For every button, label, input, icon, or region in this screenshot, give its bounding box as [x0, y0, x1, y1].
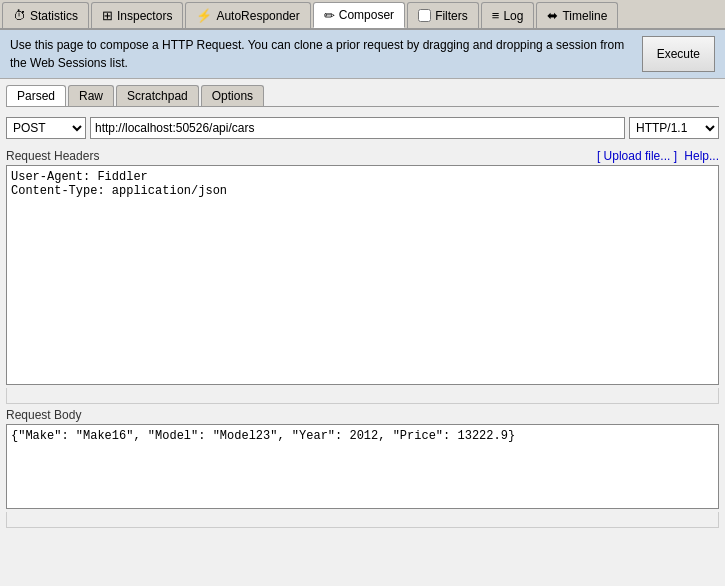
main-layout: Use this page to compose a HTTP Request.…	[0, 30, 725, 586]
tab-statistics-label: Statistics	[30, 9, 78, 23]
tab-log[interactable]: ≡ Log	[481, 2, 535, 28]
request-headers-section: Request Headers [ Upload file... ] Help.…	[6, 149, 719, 404]
tab-timeline-label: Timeline	[562, 9, 607, 23]
request-body-section: Request Body	[6, 408, 719, 528]
tab-filters[interactable]: Filters	[407, 2, 479, 28]
headers-label: Request Headers	[6, 149, 99, 163]
body-hscroll[interactable]	[6, 512, 719, 528]
help-link[interactable]: Help...	[684, 149, 719, 163]
tab-timeline[interactable]: ⬌ Timeline	[536, 2, 618, 28]
top-tab-bar: ⏱ Statistics ⊞ Inspectors ⚡ AutoResponde…	[0, 0, 725, 30]
info-text: Use this page to compose a HTTP Request.…	[10, 36, 632, 72]
tab-autoresponder-label: AutoResponder	[216, 9, 299, 23]
tab-inspectors-label: Inspectors	[117, 9, 172, 23]
tab-parsed[interactable]: Parsed	[6, 85, 66, 106]
composer-panels: Parsed Raw Scratchpad Options POST GET P…	[0, 79, 725, 586]
request-headers-textarea[interactable]	[6, 165, 719, 385]
execute-button[interactable]: Execute	[642, 36, 715, 72]
headers-label-row: Request Headers [ Upload file... ] Help.…	[6, 149, 719, 163]
url-input[interactable]	[90, 117, 625, 139]
protocol-select[interactable]: HTTP/1.1 HTTP/2 HTTPS/1.1	[629, 117, 719, 139]
timeline-icon: ⬌	[547, 8, 558, 23]
tab-composer[interactable]: ✏ Composer	[313, 2, 405, 28]
statistics-icon: ⏱	[13, 8, 26, 23]
tab-inspectors[interactable]: ⊞ Inspectors	[91, 2, 183, 28]
tab-statistics[interactable]: ⏱ Statistics	[2, 2, 89, 28]
url-row: POST GET PUT DELETE HEAD OPTIONS PATCH H…	[6, 117, 719, 139]
tab-scratchpad[interactable]: Scratchpad	[116, 85, 199, 106]
body-label-row: Request Body	[6, 408, 719, 422]
log-icon: ≡	[492, 8, 500, 23]
tab-log-label: Log	[503, 9, 523, 23]
body-label: Request Body	[6, 408, 81, 422]
upload-file-link[interactable]: [ Upload file... ]	[597, 149, 677, 163]
tab-filters-label: Filters	[435, 9, 468, 23]
tab-composer-label: Composer	[339, 8, 394, 22]
headers-hscroll[interactable]	[6, 388, 719, 404]
tab-autoresponder[interactable]: ⚡ AutoResponder	[185, 2, 310, 28]
info-bar: Use this page to compose a HTTP Request.…	[0, 30, 725, 79]
request-body-textarea[interactable]	[6, 424, 719, 509]
method-select[interactable]: POST GET PUT DELETE HEAD OPTIONS PATCH	[6, 117, 86, 139]
inspectors-icon: ⊞	[102, 8, 113, 23]
tab-raw[interactable]: Raw	[68, 85, 114, 106]
composer-icon: ✏	[324, 8, 335, 23]
filters-checkbox[interactable]	[418, 9, 431, 22]
tab-options[interactable]: Options	[201, 85, 264, 106]
autoresponder-icon: ⚡	[196, 8, 212, 23]
inner-tab-bar: Parsed Raw Scratchpad Options	[6, 85, 719, 107]
headers-links: [ Upload file... ] Help...	[593, 149, 719, 163]
